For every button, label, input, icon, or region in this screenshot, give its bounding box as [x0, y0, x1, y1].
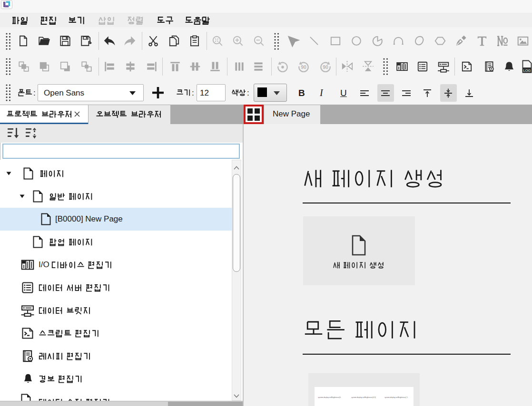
svg-text:90: 90: [301, 64, 306, 70]
svg-text:LOG: LOG: [523, 68, 531, 73]
svg-text:90: 90: [323, 64, 328, 70]
